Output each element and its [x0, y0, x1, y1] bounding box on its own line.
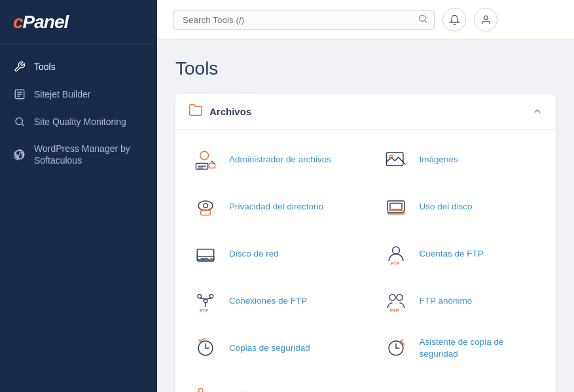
sidebar-item-wordpress[interactable]: WordPress Manager by Softaculous — [0, 135, 157, 173]
sidebar-item-sitequality-label: Site Quality Monitoring — [34, 116, 126, 128]
tool-label-conexiones-ftp: Conexiones de FTP — [229, 295, 307, 307]
page-title: Tools — [175, 58, 556, 79]
search-circle-icon — [13, 115, 26, 128]
wordpress-icon — [13, 148, 26, 161]
backup-wizard-icon — [382, 334, 410, 363]
notifications-button[interactable] — [442, 8, 466, 31]
tool-label-admin-archivos: Administrador de archivos — [229, 154, 331, 166]
ftp-anonymous-icon: FTP — [382, 287, 410, 315]
svg-line-31 — [206, 298, 211, 299]
backup-icon — [191, 334, 220, 363]
svg-rect-15 — [201, 210, 211, 215]
network-disk-icon — [191, 240, 220, 268]
svg-point-29 — [204, 299, 207, 302]
search-button[interactable] — [418, 14, 428, 26]
profile-button[interactable] — [474, 8, 497, 31]
svg-point-25 — [392, 247, 399, 254]
images-icon — [382, 145, 410, 174]
svg-text:FTP: FTP — [200, 308, 209, 313]
svg-text:FTP: FTP — [390, 260, 399, 266]
tool-label-disco-red: Disco de red — [229, 248, 279, 260]
search-wrapper — [173, 10, 435, 30]
svg-point-34 — [389, 294, 395, 300]
svg-line-7 — [211, 161, 215, 164]
svg-rect-20 — [389, 204, 401, 209]
tool-item-git[interactable]: Git™ Version Control — [175, 372, 366, 392]
collapse-button[interactable] — [532, 106, 543, 116]
sidebar-item-sitequality[interactable]: Site Quality Monitoring — [0, 108, 157, 135]
tool-label-cuentas-ftp: Cuentas de FTP — [420, 248, 484, 260]
tool-label-ftp-anonimo: FTP anónimo — [420, 295, 473, 307]
sidebar-item-tools[interactable]: Tools — [0, 53, 157, 80]
svg-rect-18 — [387, 210, 404, 213]
tool-item-copias-seguridad[interactable]: Copias de seguridad — [175, 325, 366, 372]
tool-label-asistente-copia: Asistente de copia de seguridad — [420, 336, 541, 359]
tool-item-ftp-anonimo[interactable]: FTP FTP anónimo — [366, 277, 556, 325]
tool-label-imagenes: Imágenes — [420, 154, 458, 166]
tool-item-imagenes[interactable]: Imágenes — [366, 136, 556, 183]
sidebar: cPanel Tools Sitejet Builder Site Qualit… — [0, 0, 157, 392]
tool-item-conexiones-ftp[interactable]: FTP Conexiones de FTP — [175, 277, 366, 325]
tool-item-privacidad[interactable]: Privacidad del directorio — [175, 183, 366, 230]
search-input[interactable] — [173, 10, 435, 30]
section-title: Archivos — [209, 106, 251, 117]
svg-point-35 — [396, 294, 402, 300]
tool-item-admin-archivos[interactable]: Administrador de archivos — [175, 136, 366, 183]
svg-line-30 — [200, 298, 206, 299]
svg-point-14 — [204, 204, 207, 207]
card-header-left: Archivos — [188, 103, 251, 120]
file-manager-icon — [191, 145, 220, 174]
svg-point-23 — [210, 257, 213, 260]
tool-item-uso-disco[interactable]: Uso del disco — [366, 183, 556, 230]
tool-grid: Administrador de archivos Imágenes — [175, 130, 556, 392]
svg-text:FTP: FTP — [389, 308, 399, 313]
svg-point-4 — [484, 16, 488, 20]
ftp-connections-icon: FTP — [191, 287, 220, 315]
svg-point-1 — [16, 118, 23, 125]
archivos-card: Archivos — [175, 94, 556, 392]
svg-point-3 — [420, 15, 425, 21]
sidebar-nav: Tools Sitejet Builder Site Quality Monit… — [0, 45, 157, 181]
svg-point-5 — [200, 151, 209, 160]
svg-point-19 — [402, 211, 404, 213]
topbar — [157, 0, 574, 40]
sitejet-icon — [13, 88, 26, 101]
sidebar-item-sitejet-label: Sitejet Builder — [34, 88, 90, 100]
disk-usage-icon — [382, 192, 410, 221]
privacy-icon — [191, 192, 220, 221]
svg-point-28 — [209, 294, 213, 298]
main-area: Tools Archivos — [157, 0, 574, 392]
tool-label-git: Git™ Version Control — [229, 389, 312, 392]
tool-item-disco-red[interactable]: Disco de red — [175, 230, 366, 277]
sidebar-item-wordpress-label: WordPress Manager by Softaculous — [34, 143, 144, 166]
ftp-accounts-icon: FTP — [382, 240, 410, 268]
content-area: Tools Archivos — [157, 40, 574, 392]
svg-point-13 — [198, 201, 213, 211]
tool-item-cuentas-ftp[interactable]: FTP Cuentas de FTP — [366, 230, 556, 277]
tool-item-asistente-copia[interactable]: Asistente de copia de seguridad — [366, 325, 556, 372]
wrench-icon — [13, 60, 26, 73]
cpanel-logo: cPanel — [13, 12, 144, 33]
tool-label-uso-disco: Uso del disco — [420, 201, 473, 213]
svg-point-27 — [198, 294, 201, 298]
tool-label-copias-seguridad: Copias de seguridad — [229, 342, 310, 354]
folder-icon — [188, 103, 203, 120]
svg-point-39 — [199, 389, 203, 392]
git-icon — [191, 381, 220, 392]
card-header: Archivos — [175, 94, 556, 130]
tool-label-privacidad: Privacidad del directorio — [229, 201, 323, 213]
sidebar-item-tools-label: Tools — [34, 61, 56, 73]
sidebar-item-sitejet[interactable]: Sitejet Builder — [0, 80, 157, 108]
logo-area: cPanel — [0, 0, 157, 45]
